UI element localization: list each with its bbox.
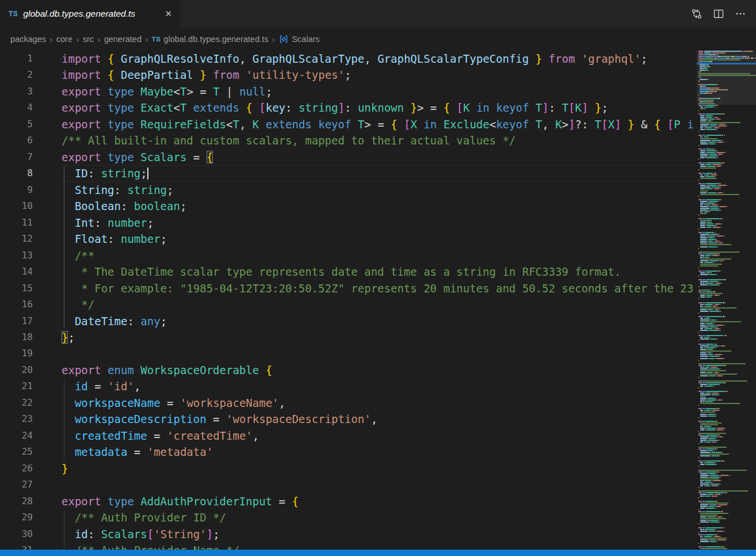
compare-changes-icon bbox=[690, 7, 703, 20]
code-line[interactable]: 12 Float: number; bbox=[0, 231, 697, 247]
code-line[interactable]: 31 /** Auth Provider Name */ bbox=[0, 542, 697, 550]
code-token: in keyof bbox=[469, 101, 535, 114]
code-line[interactable]: 15 * For example: "1985-04-12T23:20:50.5… bbox=[0, 280, 697, 296]
code-token: X bbox=[608, 118, 614, 131]
breadcrumb-item-core[interactable]: core bbox=[56, 35, 72, 44]
code-line[interactable]: 4export type Exact<T extends { [key: str… bbox=[0, 100, 697, 116]
code-token: Scalars bbox=[101, 528, 147, 540]
code-line[interactable]: 11 Int: number; bbox=[0, 215, 697, 231]
code-token: workspaceName bbox=[75, 397, 161, 409]
line-number: 29 bbox=[0, 509, 33, 525]
open-changes-button[interactable] bbox=[688, 5, 705, 22]
code-line[interactable]: 16 */ bbox=[0, 296, 697, 313]
code-token bbox=[114, 52, 121, 65]
code-line-text: metadata = 'metadata' bbox=[62, 444, 697, 460]
line-number: 23 bbox=[0, 411, 33, 427]
code-line-text: String: string; bbox=[62, 182, 697, 198]
breadcrumb-item-packages[interactable]: packages bbox=[10, 35, 46, 44]
code-line-text: id: Scalars['String']; bbox=[62, 526, 697, 542]
code-line[interactable]: 27 bbox=[0, 477, 697, 493]
minimap-slider[interactable] bbox=[697, 51, 756, 105]
code-token: : bbox=[121, 200, 134, 212]
code-token: , bbox=[134, 380, 140, 393]
code-line[interactable]: 3export type Maybe<T> = T | null; bbox=[0, 83, 697, 100]
code-token bbox=[398, 118, 404, 131]
code-token: , bbox=[371, 413, 377, 425]
close-tab-icon[interactable]: ✕ bbox=[162, 7, 174, 20]
code-line-text: import { GraphQLResolveInfo, GraphQLScal… bbox=[62, 51, 697, 67]
code-token: { bbox=[246, 101, 252, 114]
breadcrumb-label: core bbox=[56, 35, 72, 44]
split-editor-button[interactable] bbox=[710, 5, 727, 22]
code-token: = bbox=[161, 397, 180, 409]
code-line[interactable]: 18}; bbox=[0, 329, 697, 345]
code-token: ; bbox=[213, 528, 219, 540]
code-token: < bbox=[173, 101, 180, 114]
breadcrumb: packages›core›src›generated›TSglobal.db.… bbox=[0, 28, 756, 51]
code-line[interactable]: 1import { GraphQLResolveInfo, GraphQLSca… bbox=[0, 51, 697, 67]
code-token bbox=[62, 184, 75, 196]
code-token bbox=[62, 233, 75, 245]
code-line[interactable]: 22 workspaceName = 'workspaceName', bbox=[0, 395, 697, 411]
code-line[interactable]: 2import { DeepPartial } from 'utility-ty… bbox=[0, 67, 697, 83]
code-token: 'createdTime' bbox=[167, 429, 253, 442]
code-line[interactable]: 30 id: Scalars['String']; bbox=[0, 526, 697, 542]
code-line[interactable]: 6/** All built-in and custom scalars, ma… bbox=[0, 132, 697, 148]
code-token: unknown bbox=[358, 101, 404, 114]
code-token: */ bbox=[62, 298, 94, 311]
code-line-text: Boolean: boolean; bbox=[62, 198, 697, 214]
breadcrumb-item-global-db-types-generated-ts[interactable]: TSglobal.db.types.generated.ts bbox=[152, 35, 269, 44]
code-line[interactable]: 28export type AddAuthProviderInput = { bbox=[0, 493, 697, 509]
code-editor[interactable]: 1import { GraphQLResolveInfo, GraphQLSca… bbox=[0, 51, 697, 550]
code-line[interactable]: 23 workspaceDescription = 'workspaceDesc… bbox=[0, 411, 697, 427]
code-line[interactable]: 25 metadata = 'metadata' bbox=[0, 444, 697, 460]
code-token: export bbox=[62, 151, 108, 163]
breadcrumb-item-generated[interactable]: generated bbox=[104, 35, 142, 44]
code-line-text: } bbox=[62, 460, 697, 477]
code-line[interactable]: 8 ID: string; bbox=[0, 165, 697, 181]
line-number: 31 bbox=[0, 542, 33, 550]
tab-global-db-types-generated[interactable]: TS global.db.types.generated.ts ✕ bbox=[0, 0, 180, 28]
code-token: = bbox=[88, 380, 108, 393]
minimap[interactable] bbox=[697, 51, 756, 550]
breadcrumb-item-src[interactable]: src bbox=[83, 35, 94, 44]
code-token: boolean bbox=[134, 200, 180, 212]
code-token bbox=[404, 101, 410, 114]
code-line-text: Float: number; bbox=[62, 231, 697, 247]
code-token bbox=[62, 445, 75, 458]
code-token: ] bbox=[614, 118, 621, 131]
code-line[interactable]: 13 /** bbox=[0, 247, 697, 264]
code-line[interactable]: 29 /** Auth Provider ID */ bbox=[0, 509, 697, 525]
code-token: } bbox=[410, 101, 417, 114]
line-number: 19 bbox=[0, 345, 33, 361]
code-line[interactable]: 26} bbox=[0, 460, 697, 477]
code-line[interactable]: 14 * The DateTime scalar type represents… bbox=[0, 264, 697, 280]
code-line[interactable]: 17 DateTime: any; bbox=[0, 313, 697, 329]
code-token: : bbox=[94, 216, 108, 229]
code-token: T bbox=[536, 101, 542, 114]
code-token: [ bbox=[667, 118, 674, 131]
code-token: P bbox=[674, 118, 680, 131]
code-token: * The DateTime scalar type represents da… bbox=[62, 265, 621, 278]
code-token: Float bbox=[75, 233, 108, 245]
code-token: Scalars bbox=[140, 151, 186, 163]
line-number: 17 bbox=[0, 313, 33, 329]
breadcrumb-item-scalars[interactable]: Scalars bbox=[278, 34, 319, 44]
more-actions-button[interactable] bbox=[732, 5, 749, 22]
code-token: number bbox=[121, 233, 161, 245]
code-line[interactable]: 21 id = 'id', bbox=[0, 378, 697, 394]
code-line[interactable]: 24 createdTime = 'createdTime', bbox=[0, 428, 697, 444]
code-line[interactable]: 20export enum WorkspaceOrderable { bbox=[0, 362, 697, 378]
code-token bbox=[62, 528, 75, 540]
code-token: , bbox=[253, 429, 259, 442]
code-line[interactable]: 9 String: string; bbox=[0, 182, 697, 198]
code-line[interactable]: 5export type RequireFields<T, K extends … bbox=[0, 116, 697, 132]
typescript-file-icon: TS bbox=[152, 36, 161, 43]
code-token: T bbox=[232, 118, 239, 131]
code-line[interactable]: 10 Boolean: boolean; bbox=[0, 198, 697, 214]
code-line[interactable]: 19 bbox=[0, 345, 697, 361]
code-line[interactable]: 7export type Scalars = { bbox=[0, 149, 697, 165]
code-token bbox=[450, 101, 456, 114]
code-line-text: export type RequireFields<T, K extends k… bbox=[62, 116, 697, 132]
line-number: 14 bbox=[0, 264, 33, 280]
